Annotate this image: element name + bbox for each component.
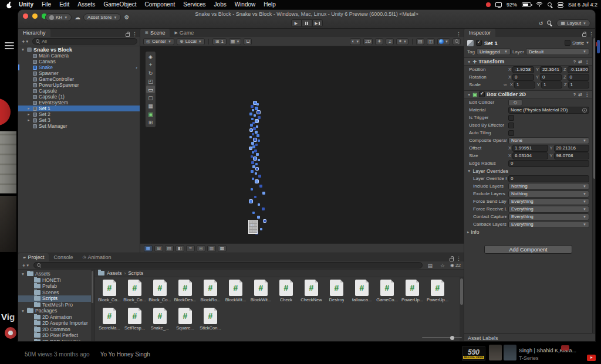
hierarchy-item-eventsystem[interactable]: EventSystem [18,100,140,106]
help-icon[interactable]: ? [573,59,576,64]
project-folder-2d-animation[interactable]: 2D Animation [18,314,94,321]
tree-scrollbar[interactable] [91,270,94,342]
scale-x-field[interactable]: 1 [514,81,535,89]
slider-knob[interactable] [450,336,454,340]
project-folder-2d-pixel-perfect[interactable]: 2D Pixel Perfect [18,332,94,339]
contact-capture-l-dropdown[interactable]: Everything▼ [508,213,589,220]
project-file-block-co[interactable]: #Block_Co... [122,278,147,306]
asset-store-button[interactable]: Asset Store▼ [83,13,121,21]
wifi-icon[interactable] [536,2,543,8]
gear-icon[interactable]: ⚙ [124,14,129,21]
pivot-dropdown[interactable]: ◎Center▼ [143,38,174,45]
menubar-item-help[interactable]: Help [259,0,280,9]
inspector-menu-icon[interactable]: ⋮ [586,31,596,37]
active-checkbox[interactable] [476,40,482,46]
favorite-search-icon[interactable]: ☆ [438,263,447,268]
layer-overrides-foldout[interactable]: ▼ Layer Overrides [464,167,592,175]
edge-radius-field[interactable]: 0 [508,160,589,167]
object-picker-icon[interactable] [582,108,587,113]
suggested-thumbnail-1[interactable] [489,345,502,360]
scrollbar-thumb[interactable] [593,38,596,179]
foldout-icon[interactable]: ▸ [26,106,31,111]
lock-icon[interactable] [450,258,454,261]
layout-dropdown[interactable]: ▦Layout▼ [556,19,590,27]
camera-overlay-icon[interactable]: ◫ [427,38,435,45]
menubar-item-gameobject[interactable]: GameObject [99,0,140,9]
hierarchy-item-spawner[interactable]: Spawner [18,70,140,76]
recording-icon[interactable] [486,2,491,7]
info-foldout[interactable]: ▸ Info [464,228,592,236]
layer-dropdown[interactable]: Default▼ [526,48,589,55]
undo-history-icon[interactable]: ↺ [539,21,543,26]
hidden-count[interactable]: ◉22 [450,263,461,268]
apple-icon[interactable] [6,1,12,9]
project-folder-assets[interactable]: ▼Assets [18,271,94,277]
project-search-input[interactable] [33,262,422,268]
shading-mode-dropdown[interactable]: ◐▼ [350,38,361,45]
project-file-blockro[interactable]: #BlockRo... [198,278,223,306]
size-x-field[interactable]: 6.03104 [512,152,548,159]
tag-dropdown[interactable]: Untagged▼ [477,48,511,55]
pause-button[interactable] [302,19,312,27]
page-scrollbar-thumb[interactable] [597,40,600,53]
position-x-field[interactable]: -1.9258 [512,66,534,73]
scene-bottom-tool-5[interactable]: ◎ [197,245,205,252]
menubar-item-component[interactable]: Component [141,0,180,9]
project-folder-2d-aseprite-importer[interactable]: 2D Aseprite Importer [18,320,94,326]
material-object-field[interactable]: None (Physics Material 2D) [508,107,589,114]
size-y-field[interactable]: 98.0708 [554,152,589,159]
scale-y-field[interactable]: 1 [541,81,562,89]
menubar-item-window[interactable]: Window [231,0,260,9]
transform-component-header[interactable]: ▼ ✛ Transform ?⇄⋮ [464,57,592,66]
minimize-icon[interactable] [32,13,38,19]
project-file-destroy[interactable]: #Destroy [324,278,349,306]
layer-override-pri-field[interactable]: 0 [508,175,589,182]
project-menu-icon[interactable]: ⋮ [454,256,464,261]
menubar-item-services[interactable]: Services [179,0,210,9]
background-channel-avatar[interactable] [5,327,16,339]
tab-inspector[interactable]: Inspector [464,29,495,37]
scene-bottom-tool-1[interactable]: ⊞ [154,245,163,252]
project-folder-prefab[interactable]: Prefab [18,283,94,290]
component-enabled-checkbox[interactable] [479,91,485,97]
menubar-item-jobs[interactable]: Jobs [210,0,231,9]
foldout-icon[interactable]: ▼ [21,309,25,313]
foldout-icon[interactable]: ▼ [21,272,25,276]
project-file-square[interactable]: #Square... [173,306,198,334]
offset-y-field[interactable]: 20.21316 [554,145,589,152]
gameobject-name[interactable]: Set 1 [484,40,562,46]
audio-toggle[interactable]: ♫ [386,38,394,45]
project-file-scorema[interactable]: #ScoreMa... [97,306,122,334]
is-trigger-checkbox[interactable] [508,115,514,121]
scene-menu-icon[interactable]: ⋮ [454,31,464,37]
grid-visibility-dropdown[interactable]: ▦▼ [229,38,242,45]
icon-size-slider[interactable] [422,335,454,340]
scene-tool-3[interactable]: ◰ [146,77,155,85]
suggested-thumbnail-2[interactable] [504,345,516,360]
scene-canvas[interactable]: ◈＋↻◰▭▢▦▣⊞ [140,46,464,243]
account-button[interactable]: KH▼ [45,13,72,21]
project-file-blockwit[interactable]: #BlockWit... [248,278,274,306]
cloud-icon[interactable]: ☁ [75,14,80,21]
foldout-icon[interactable]: ▸ [26,112,31,117]
tab-game[interactable]: ▶Game [170,29,198,37]
prefab-open-arrow[interactable]: › [136,65,140,70]
spotlight-icon[interactable] [548,2,553,8]
project-folder-scripts[interactable]: Scripts [18,295,94,302]
rotation-x-field[interactable]: 0 [512,74,534,81]
control-center-icon[interactable] [558,2,563,8]
project-folder-honeti[interactable]: HONETi [18,277,94,284]
menubar-item-assets[interactable]: Assets [73,0,99,9]
composite-operation-dropdown[interactable]: None▼ [508,137,589,144]
gizmos-dropdown[interactable]: ▼ [437,38,450,45]
project-folder-2d-common[interactable]: 2D Common [18,326,94,333]
hierarchy-item-set-3[interactable]: ▸Set 3 [18,117,140,123]
rotation-z-field[interactable]: 0 [568,74,589,81]
component-menu-icon[interactable]: ⋮ [585,92,589,97]
search-icon[interactable] [547,21,552,26]
tab-animation[interactable]: ◷Animation [77,253,116,261]
tab-console[interactable]: Console [49,253,77,261]
hierarchy-item-capsule[interactable]: Capsule [18,88,140,94]
used-by-effector-checkbox[interactable] [508,123,514,128]
inspector-scrollbar[interactable] [592,37,596,333]
